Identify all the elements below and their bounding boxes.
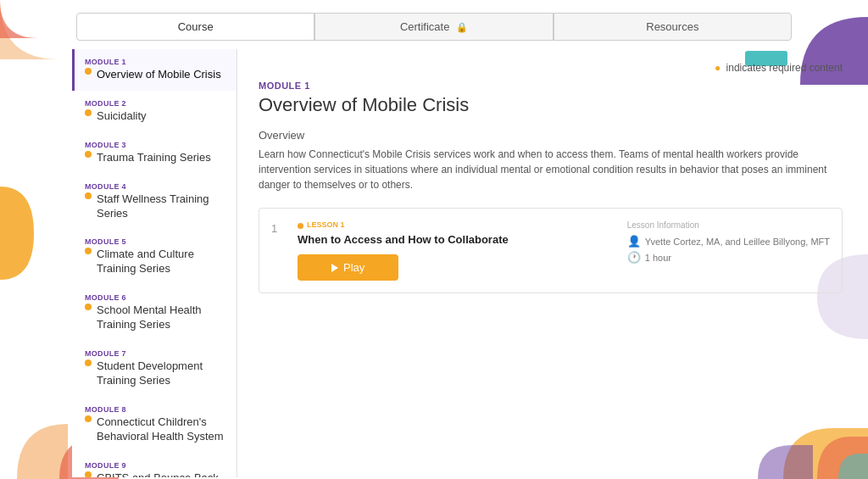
lesson-instructor: Yvette Cortez, MA, and Leillee Billyong,…	[645, 237, 830, 247]
module-title-5: Climate and Culture Training Series	[85, 248, 226, 276]
lesson-required-dot	[298, 223, 303, 229]
module-title-4: Staff Wellness Training Series	[85, 192, 226, 221]
module-label-8: MODULE 8	[85, 405, 226, 414]
module-title-8: Connecticut Children's Behavioral Health…	[85, 415, 226, 444]
module-dot-2	[85, 109, 92, 116]
instructor-icon: 👤	[627, 235, 641, 248]
module-label-4: MODULE 4	[85, 182, 226, 191]
lesson-duration-row: 🕐 1 hour	[627, 251, 830, 264]
tab-resources[interactable]: Resources	[554, 13, 792, 41]
clock-icon: 🕐	[627, 251, 641, 264]
module-label-1: MODULE 1	[85, 58, 226, 66]
sidebar-item-module-4[interactable]: MODULE 4Staff Wellness Training Series	[72, 174, 236, 230]
module-label-2: MODULE 2	[85, 99, 226, 108]
sidebar-item-module-5[interactable]: MODULE 5Climate and Culture Training Ser…	[72, 229, 236, 285]
sidebar-item-module-3[interactable]: MODULE 3Trauma Training Series	[72, 132, 236, 174]
content-title: Overview of Mobile Crisis	[259, 94, 843, 116]
module-dot-4	[85, 192, 92, 199]
required-dot: ●	[715, 62, 721, 74]
module-label-9: MODULE 9	[85, 461, 226, 470]
lesson-number: 1	[271, 222, 285, 235]
lesson-duration: 1 hour	[645, 253, 671, 263]
play-button[interactable]: Play	[298, 254, 398, 281]
lesson-card: 1 LESSON 1 When to Access and How to Col…	[259, 208, 843, 293]
content-area: ● indicates required content MODULE 1 Ov…	[237, 49, 868, 477]
module-dot-1	[85, 68, 92, 75]
play-triangle-icon	[331, 264, 338, 272]
module-label-6: MODULE 6	[85, 293, 226, 302]
sidebar-item-module-1[interactable]: MODULE 1Overview of Mobile Crisis	[72, 49, 236, 91]
module-dot-9	[85, 471, 92, 477]
sidebar-item-module-8[interactable]: MODULE 8Connecticut Children's Behaviora…	[72, 397, 236, 453]
module-label-5: MODULE 5	[85, 237, 226, 246]
lock-icon: 🔒	[456, 22, 468, 32]
module-title-6: School Mental Health Training Series	[85, 304, 226, 332]
top-nav: Course Certificate 🔒 Resources	[0, 0, 868, 49]
sidebar: MODULE 1Overview of Mobile CrisisMODULE …	[72, 49, 237, 477]
content-module-label: MODULE 1	[259, 81, 843, 91]
overview-heading: Overview	[259, 129, 843, 142]
module-title-1: Overview of Mobile Crisis	[85, 68, 226, 82]
module-label-3: MODULE 3	[85, 141, 226, 149]
sidebar-item-module-7[interactable]: MODULE 7Student Development Training Ser…	[72, 341, 236, 397]
sidebar-item-module-2[interactable]: MODULE 2Suicidality	[72, 91, 236, 132]
lesson-info-header: Lesson Information	[627, 220, 830, 230]
module-dot-8	[85, 415, 92, 422]
tab-course[interactable]: Course	[76, 13, 314, 41]
lesson-title: When to Access and How to Collaborate	[298, 233, 615, 246]
lesson-info: Lesson Information 👤 Yvette Cortez, MA, …	[627, 220, 830, 267]
main-layout: MODULE 1Overview of Mobile CrisisMODULE …	[0, 49, 868, 477]
module-title-3: Trauma Training Series	[85, 151, 226, 165]
required-notice: ● indicates required content	[259, 62, 843, 74]
lesson-label: LESSON 1	[307, 220, 345, 229]
module-dot-3	[85, 151, 92, 158]
sidebar-item-module-9[interactable]: MODULE 9CBITS and Bounce Back	[72, 453, 236, 477]
module-title-9: CBITS and Bounce Back	[85, 471, 226, 477]
module-title-2: Suicidality	[85, 109, 226, 124]
tab-certificate[interactable]: Certificate 🔒	[314, 13, 553, 41]
overview-text: Learn how Connecticut's Mobile Crisis se…	[259, 147, 843, 192]
lesson-main: LESSON 1 When to Access and How to Colla…	[298, 220, 615, 281]
sidebar-item-module-6[interactable]: MODULE 6School Mental Health Training Se…	[72, 285, 236, 341]
module-dot-7	[85, 359, 92, 366]
overview-section: Overview Learn how Connecticut's Mobile …	[259, 129, 843, 192]
module-label-7: MODULE 7	[85, 349, 226, 358]
module-title-7: Student Development Training Series	[85, 359, 226, 388]
lesson-instructor-row: 👤 Yvette Cortez, MA, and Leillee Billyon…	[627, 235, 830, 248]
